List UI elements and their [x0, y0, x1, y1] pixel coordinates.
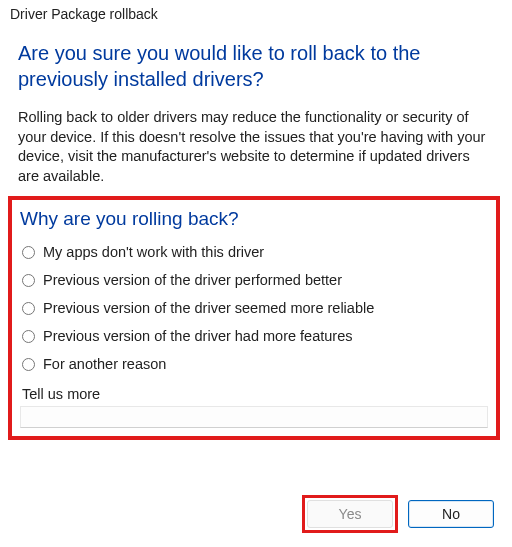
reason-radio[interactable] [22, 274, 35, 287]
reason-label: For another reason [43, 356, 166, 372]
reason-radio[interactable] [22, 330, 35, 343]
reason-radio-list: My apps don't work with this driver Prev… [20, 244, 488, 372]
reason-option[interactable]: Previous version of the driver seemed mo… [22, 300, 488, 316]
reason-radio[interactable] [22, 246, 35, 259]
window-title: Driver Package rollback [0, 0, 512, 26]
yes-button[interactable]: Yes [307, 500, 393, 528]
reason-label: Previous version of the driver performed… [43, 272, 342, 288]
reason-label: My apps don't work with this driver [43, 244, 264, 260]
dialog-description: Rolling back to older drivers may reduce… [18, 108, 494, 186]
dialog-window: Driver Package rollback Are you sure you… [0, 0, 512, 547]
tell-more-label: Tell us more [20, 386, 488, 402]
dialog-footer: Yes No [0, 479, 512, 547]
tell-more-input[interactable] [20, 406, 488, 428]
reason-label: Previous version of the driver had more … [43, 328, 352, 344]
reason-option[interactable]: Previous version of the driver had more … [22, 328, 488, 344]
reason-subheading: Why are you rolling back? [20, 208, 488, 230]
dialog-heading: Are you sure you would like to roll back… [18, 40, 494, 92]
dialog-content: Are you sure you would like to roll back… [0, 26, 512, 479]
reason-option[interactable]: My apps don't work with this driver [22, 244, 488, 260]
reason-radio[interactable] [22, 358, 35, 371]
no-button[interactable]: No [408, 500, 494, 528]
reason-radio[interactable] [22, 302, 35, 315]
reason-label: Previous version of the driver seemed mo… [43, 300, 374, 316]
rollback-reason-section: Why are you rolling back? My apps don't … [8, 196, 500, 440]
reason-option[interactable]: Previous version of the driver performed… [22, 272, 488, 288]
yes-button-highlight: Yes [302, 495, 398, 533]
reason-option[interactable]: For another reason [22, 356, 488, 372]
